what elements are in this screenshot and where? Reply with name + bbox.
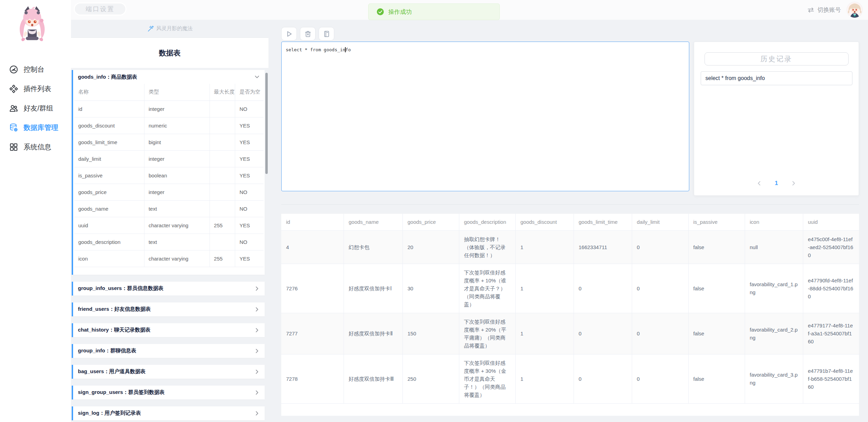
table-card-label: chat_history：聊天记录数据表 (78, 327, 150, 333)
table-card-header[interactable]: goods_info：商品数据表 (73, 70, 265, 84)
results-row[interactable]: 7277好感度双倍加持卡Ⅱ150下次签到双倍好感度概率 + 20%（平平庸庸）（… (281, 313, 859, 354)
schema-row: daily_limitintegerYES (74, 150, 264, 167)
table-card-goods-info[interactable]: goods_info：商品数据表 名称类型最大长度是否为空 idintegerN… (72, 70, 265, 275)
table-card-header[interactable]: chat_history：聊天记录数据表 (73, 323, 265, 337)
results-cell: false (688, 264, 745, 313)
page-number[interactable]: 1 (775, 180, 778, 187)
table-card-bag-users[interactable]: bag_users：用户道具数据表 (72, 365, 265, 379)
sidebar-item-label: 控制台 (24, 65, 44, 74)
table-card-label: group_info：群聊信息表 (78, 348, 136, 354)
chevron-right-icon (254, 285, 260, 292)
prev-page-icon[interactable] (756, 180, 762, 186)
schema-cell: NO (235, 184, 264, 200)
sidebar: 控制台 插件列表 好友/群组 数据库管理 系统信息 (0, 0, 71, 422)
results-row[interactable]: 7276好感度双倍加持卡Ⅰ30下次签到双倍好感度概率 + 10%（谁才是真命天子… (281, 264, 859, 313)
chevron-right-icon (254, 306, 260, 313)
table-card-sign-log[interactable]: sign_log：用户签到记录表 (72, 406, 265, 420)
results-cell: 1 (515, 230, 574, 264)
results-table-head: idgoods_namegoods_pricegoods_description… (281, 214, 859, 230)
results-cell: false (688, 354, 745, 403)
success-check-icon (377, 8, 384, 15)
results-cell: 7278 (281, 354, 344, 403)
port-settings-button[interactable]: 端口设置 (74, 2, 126, 16)
schema-cell: character varying (144, 250, 210, 267)
switch-account-button[interactable]: 切换账号 (807, 6, 841, 14)
section-divider (281, 204, 859, 205)
table-card-sign-group-users[interactable]: sign_group_users：群员签到数据表 (72, 386, 265, 399)
results-cell: e47790fd-4ef8-11ef-88dd-5254007bf160 (803, 264, 859, 313)
results-table: idgoods_namegoods_pricegoods_description… (281, 214, 859, 404)
sql-editor[interactable]: select * from goods_info (281, 42, 689, 191)
schema-cell: goods_description (74, 234, 144, 250)
sidebar-item-database[interactable]: 数据库管理 (0, 118, 71, 137)
schema-row: goods_descriptiontextNO (74, 234, 264, 250)
schema-column-header: 是否为空 (235, 84, 264, 100)
schema-cell (210, 100, 235, 117)
table-card-header[interactable]: group_info：群聊信息表 (73, 344, 265, 358)
delete-icon (304, 30, 312, 38)
delete-button[interactable] (300, 27, 316, 41)
sidebar-item-label: 好友/群组 (24, 104, 53, 113)
table-card-group-info[interactable]: group_info：群聊信息表 (72, 344, 265, 358)
sql-text-tail: fo (345, 47, 351, 52)
sidebar-item-plugins[interactable]: 插件列表 (0, 79, 71, 98)
results-cell: 1 (515, 354, 574, 403)
results-row[interactable]: 4幻想卡包20抽取幻想卡牌！（体验版，不记录任何数据！）116623347110… (281, 230, 859, 264)
table-card-header[interactable]: sign_log：用户签到记录表 (73, 406, 265, 420)
results-cell: 4 (281, 230, 344, 264)
results-cell: 0 (574, 354, 632, 403)
sidebar-item-system[interactable]: 系统信息 (0, 137, 71, 157)
chevron-right-icon (254, 368, 260, 375)
users-icon (9, 104, 18, 113)
chevron-right-icon (254, 327, 260, 334)
schema-cell: YES (235, 250, 264, 267)
schema-cell: id (74, 100, 144, 117)
table-card-header[interactable]: bag_users：用户道具数据表 (73, 365, 265, 379)
next-page-icon[interactable] (790, 180, 797, 186)
table-card-group-info-users[interactable]: group_info_users：群员信息数据表 (72, 282, 265, 296)
schema-cell: character varying (144, 217, 210, 234)
table-card-label: bag_users：用户道具数据表 (78, 368, 145, 375)
schema-cell: integer (144, 184, 210, 200)
history-title: 历史记录 (705, 52, 849, 65)
results-header-row: idgoods_namegoods_pricegoods_description… (281, 214, 859, 230)
table-card-chat-history[interactable]: chat_history：聊天记录数据表 (72, 323, 265, 337)
schema-column-header: 名称 (74, 84, 144, 100)
table-card-header[interactable]: sign_group_users：群员签到数据表 (73, 386, 265, 399)
results-cell: 0 (574, 313, 632, 354)
sidebar-item-console[interactable]: 控制台 (0, 60, 71, 79)
results-column-header: goods_description (459, 214, 515, 230)
table-card-header[interactable]: friend_users：好友信息数据表 (73, 302, 265, 316)
table-card-header[interactable]: group_info_users：群员信息数据表 (73, 282, 265, 296)
database-icon (9, 123, 18, 132)
tables-panel-header: 数据表 (71, 37, 268, 68)
results-cell: 1 (515, 313, 574, 354)
schema-cell: YES (235, 217, 264, 234)
schema-cell: 255 (210, 217, 235, 234)
schema-row: goods_nametextNO (74, 200, 264, 217)
schema-cell: integer (144, 100, 210, 117)
journal-icon (323, 30, 330, 38)
results-row[interactable]: 7278好感度双倍加持卡Ⅲ250下次签到双倍好感度概率 + 30%（金币才是真命… (281, 354, 859, 403)
sidebar-item-friends[interactable]: 好友/群组 (0, 98, 71, 118)
run-button[interactable] (281, 27, 297, 41)
results-column-header: id (281, 214, 344, 230)
magic-wand-icon (147, 25, 154, 33)
schema-row: is_passivebooleanYES (74, 167, 264, 184)
table-card-friend-users[interactable]: friend_users：好友信息数据表 (72, 302, 265, 316)
success-toast: 操作成功 (368, 3, 500, 20)
schema-table-head: 名称类型最大长度是否为空 (74, 84, 264, 100)
gauge-icon (9, 65, 18, 74)
results-cell: 250 (402, 354, 459, 403)
history-item[interactable]: select * from goods_info (701, 71, 852, 85)
results-cell: 30 (402, 264, 459, 313)
panel-scrollbar-thumb[interactable] (265, 73, 268, 174)
table-card-label: friend_users：好友信息数据表 (78, 306, 151, 313)
results-panel: idgoods_namegoods_pricegoods_description… (281, 214, 859, 416)
account-avatar[interactable] (847, 2, 862, 18)
plugin-icon (9, 84, 18, 94)
schema-cell (210, 200, 235, 217)
journal-button[interactable] (319, 27, 334, 41)
schema-row: idintegerNO (74, 100, 264, 117)
results-column-header: daily_limit (632, 214, 688, 230)
